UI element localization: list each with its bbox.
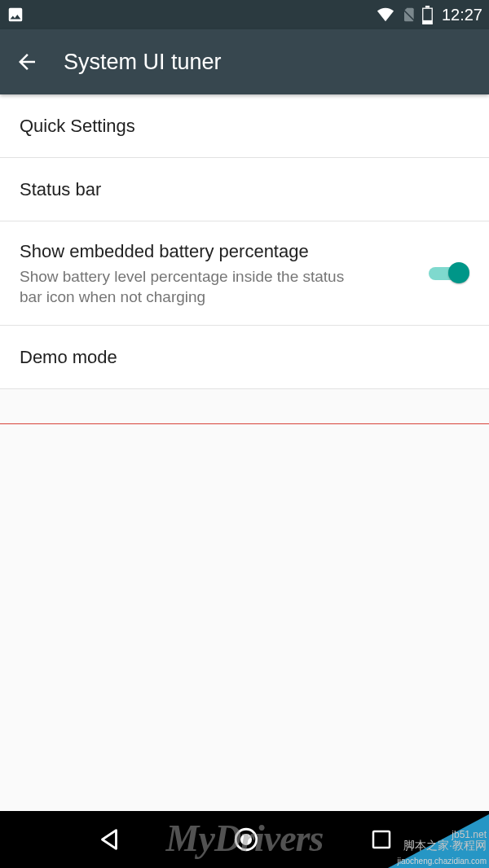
status-clock: 12:27	[442, 6, 482, 24]
item-title: Status bar	[20, 178, 469, 202]
battery-level-text: 21	[421, 10, 434, 17]
notification-image-icon	[7, 6, 24, 24]
svg-rect-0	[425, 6, 430, 8]
app-bar: System UI tuner	[0, 29, 489, 94]
wifi-icon	[376, 6, 395, 24]
no-sim-icon	[400, 6, 416, 24]
item-battery-percentage[interactable]: Show embedded battery percentage Show ba…	[0, 221, 489, 326]
battery-pct-toggle[interactable]	[429, 261, 469, 284]
android-nav-bar	[0, 811, 489, 868]
item-title: Quick Settings	[20, 114, 469, 138]
nav-recents-button[interactable]	[369, 827, 394, 852]
divider-line	[0, 423, 489, 424]
item-title: Demo mode	[20, 345, 469, 370]
back-button[interactable]	[15, 50, 39, 74]
item-status-bar[interactable]: Status bar	[0, 158, 489, 221]
svg-point-4	[241, 835, 250, 844]
nav-back-button[interactable]	[95, 826, 123, 853]
item-title: Show embedded battery percentage	[20, 239, 412, 264]
item-description: Show battery level percentage inside the…	[20, 266, 362, 307]
app-bar-title: System UI tuner	[64, 50, 222, 75]
switch-thumb	[448, 262, 469, 283]
item-demo-mode[interactable]: Demo mode	[0, 326, 489, 389]
android-status-bar: 21 12:27	[0, 0, 489, 29]
battery-icon: 21	[421, 6, 434, 24]
nav-home-button[interactable]	[232, 826, 260, 853]
item-quick-settings[interactable]: Quick Settings	[0, 94, 489, 158]
svg-rect-5	[373, 831, 390, 848]
settings-list: Quick Settings Status bar Show embedded …	[0, 94, 489, 389]
